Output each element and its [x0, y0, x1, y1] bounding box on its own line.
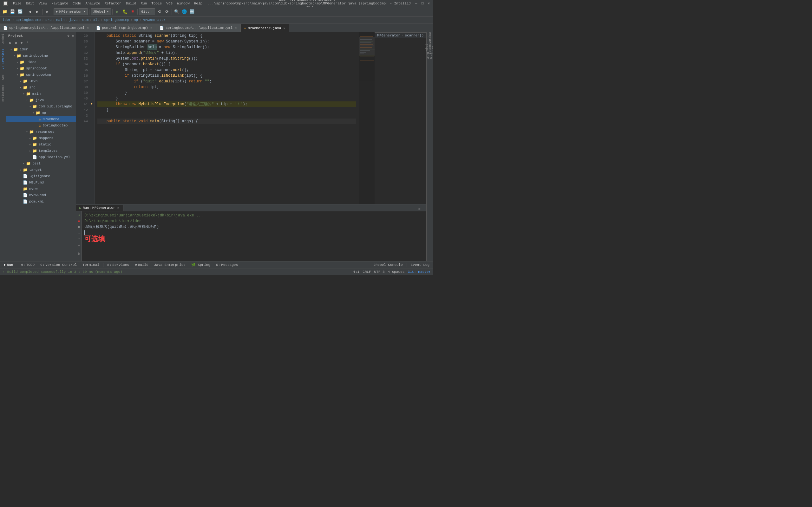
bts-terminal-btn[interactable]: Terminal	[80, 262, 102, 268]
minimize-button[interactable]: ─	[414, 2, 418, 5]
tree-item-target[interactable]: ▸ 📁 target	[6, 167, 76, 173]
breadcrumb-xlb[interactable]: xlb	[93, 18, 100, 22]
tree-item-springbootmp-class[interactable]: ☕ Springbootmp	[6, 122, 76, 129]
status-indent[interactable]: 4 spaces	[388, 270, 405, 274]
tab-application-yml-2[interactable]: 📄 springbootmp\...\application.yml ✕	[156, 24, 241, 32]
menu-navigate[interactable]: Navigate	[49, 2, 70, 5]
run-scroll-top-btn[interactable]: ⤒	[77, 237, 82, 242]
run-tab-run[interactable]: ▶ Run: MPGenerator ✕	[76, 205, 123, 211]
bts-messages-btn[interactable]: 0: Messages	[213, 262, 241, 268]
tree-item-springboot[interactable]: ▸ 📁 springboot	[6, 65, 76, 72]
tree-item-gitignore[interactable]: 📄 .gitignore	[6, 173, 76, 179]
menu-vcs[interactable]: VCS	[164, 2, 174, 5]
left-strip-web[interactable]: Web	[2, 74, 5, 79]
jrebel-dropdown[interactable]: JRebel ▾	[91, 8, 111, 15]
tree-item-mpgenerator[interactable]: ☕ MPGenera	[6, 116, 76, 122]
tab-close-3[interactable]: ✕	[234, 26, 237, 30]
breadcrumb-springbootmp2[interactable]: springbootmp	[104, 18, 129, 22]
toolbar-vcs-btn1[interactable]: ⟲	[156, 8, 163, 15]
bts-vcs-btn[interactable]: 9: Version Control	[38, 262, 79, 268]
menu-run[interactable]: Run	[139, 2, 149, 5]
sidebar-settings-btn[interactable]: ⚙	[67, 34, 69, 38]
efb-mpgenerator[interactable]: MPGenerator	[377, 34, 400, 38]
menu-code[interactable]: Code	[71, 2, 83, 5]
menu-edit[interactable]: Edit	[24, 2, 36, 5]
menu-tools[interactable]: Tools	[149, 2, 164, 5]
tree-item-mappers[interactable]: ▸ 📁 mappers	[6, 135, 76, 141]
run-clear-btn[interactable]: 🗑	[77, 251, 82, 257]
breadcrumb-src[interactable]: src	[45, 18, 52, 22]
menu-analyze[interactable]: Analyze	[84, 2, 102, 5]
tree-item-com-xlb[interactable]: ▾ 📁 com.xlb.springbo	[6, 103, 76, 110]
toolbar-run-btn[interactable]: ▶	[114, 8, 121, 15]
tree-item-idea[interactable]: ▸ 📁 .idea	[6, 59, 76, 65]
toolbar-debug-btn[interactable]: 🐛	[121, 8, 129, 15]
toolbar-forward-btn[interactable]: ▶	[34, 8, 41, 15]
toolbar-sync-btn[interactable]: 🔄	[16, 8, 23, 15]
bts-run-btn[interactable]: ▶ Run	[1, 262, 15, 268]
run-pause-btn[interactable]: ⏸	[77, 225, 82, 230]
menu-window[interactable]: Window	[175, 2, 192, 5]
tree-item-mvnw[interactable]: 📁 mvnw	[6, 186, 76, 192]
run-restart-btn[interactable]: ↺	[77, 213, 82, 218]
breadcrumb-springbootmp[interactable]: springbootmp	[15, 18, 41, 22]
close-button[interactable]: ✕	[427, 2, 431, 5]
status-crlf[interactable]: CRLF	[362, 270, 371, 274]
tree-item-mp[interactable]: ▾ 📁 mp	[6, 110, 76, 116]
breadcrumb-mp[interactable]: mp	[134, 18, 138, 22]
tree-item-springbootmp-root[interactable]: ▾ 📁 springbootmp	[6, 53, 76, 59]
bts-spring-btn[interactable]: 🌿 Spring	[189, 262, 213, 268]
breadcrumb-java[interactable]: java	[69, 18, 78, 22]
efb-scanner[interactable]: scanner()	[405, 34, 424, 38]
tree-item-java[interactable]: ▾ 📁 java	[6, 97, 76, 103]
run-tab-close[interactable]: ✕	[117, 206, 120, 210]
left-strip-persistence[interactable]: Persistence	[2, 84, 5, 103]
tree-item-springbootmp[interactable]: ▾ 📁 springbootmp	[6, 72, 76, 78]
bts-jrebel-console-btn[interactable]: JRebel Console	[371, 262, 405, 268]
toolbar-translate-btn[interactable]: 🌐	[181, 8, 188, 15]
toolbar-translate2-btn[interactable]: 🔤	[189, 8, 195, 15]
git-dropdown[interactable]: Git: ✓	[139, 8, 155, 15]
run-panel-minimize-btn[interactable]: ─	[421, 207, 424, 211]
menu-help[interactable]: Help	[192, 2, 204, 5]
tree-item-helpmd[interactable]: 📄 HELP.md	[6, 179, 76, 186]
toolbar-back-btn[interactable]: ◀	[26, 8, 33, 15]
tree-item-mvn[interactable]: ▸ 📁 .mvn	[6, 78, 76, 84]
toolbar-search-btn[interactable]: 🔍	[173, 8, 180, 15]
status-charset[interactable]: UTF-8	[374, 270, 385, 274]
status-branch[interactable]: Git: master	[408, 270, 431, 274]
toolbar-save-btn[interactable]: 💾	[9, 8, 16, 15]
sidebar-expand-btn[interactable]: ⊞	[13, 40, 18, 45]
sidebar-more-btn[interactable]: ⋮	[25, 40, 30, 45]
breadcrumb-ider[interactable]: ider	[3, 18, 11, 22]
breadcrumb-main[interactable]: main	[56, 18, 64, 22]
sidebar-close-btn[interactable]: ✕	[72, 34, 74, 38]
breadcrumb-mpgenerator[interactable]: MPGenerator	[143, 18, 166, 22]
bts-build2-btn[interactable]: ⚒ Build	[132, 262, 151, 268]
menu-view[interactable]: View	[37, 2, 49, 5]
tree-item-mvnw-cmd[interactable]: 📄 mvnw.cmd	[6, 192, 76, 199]
maximize-button[interactable]: □	[420, 2, 424, 5]
tree-item-pom-xml[interactable]: 📄 pom.xml	[6, 199, 76, 205]
tab-mpgenerator-java[interactable]: ☕ MPGenerator.java ✕	[241, 24, 289, 32]
tab-close-2[interactable]: ✕	[150, 26, 153, 30]
sidebar-collapse-btn[interactable]: ⊟	[8, 40, 13, 45]
right-strip-wordbook[interactable]: Word Book	[427, 53, 433, 58]
bts-services-btn[interactable]: 8: Services	[105, 262, 132, 268]
left-strip-jrebel[interactable]: JRebel	[2, 34, 5, 44]
tree-item-resources[interactable]: ▾ 📁 resources	[6, 129, 76, 135]
run-scroll-end-btn[interactable]: ⤓	[77, 231, 82, 236]
tab-pom-xml[interactable]: 📄 pom.xml (springbootmp) ✕	[93, 24, 156, 32]
run-wrap-btn[interactable]: ↵	[77, 243, 82, 248]
menu-file[interactable]: File	[11, 2, 23, 5]
toolbar-stop-btn[interactable]: ■	[129, 8, 136, 15]
menu-refactor[interactable]: Refactor	[103, 2, 123, 5]
tab-application-yml-1[interactable]: 📄 springbootmybits\...\application.yml ✕	[0, 24, 93, 32]
run-stop-btn[interactable]: ■	[77, 219, 82, 224]
right-strip-jrebel-setup[interactable]: JRebel Setup Guide	[427, 46, 433, 52]
tree-item-templates[interactable]: ▸ 📁 templates	[6, 148, 76, 154]
run-panel-settings-btn[interactable]: ⚙	[418, 207, 420, 211]
code-content[interactable]: public static String scanner(String tip)…	[95, 32, 359, 204]
tree-item-application-yml-res[interactable]: 📄 application.yml	[6, 154, 76, 160]
run-config-dropdown[interactable]: ▶ MPGenerator ▾	[54, 8, 88, 15]
